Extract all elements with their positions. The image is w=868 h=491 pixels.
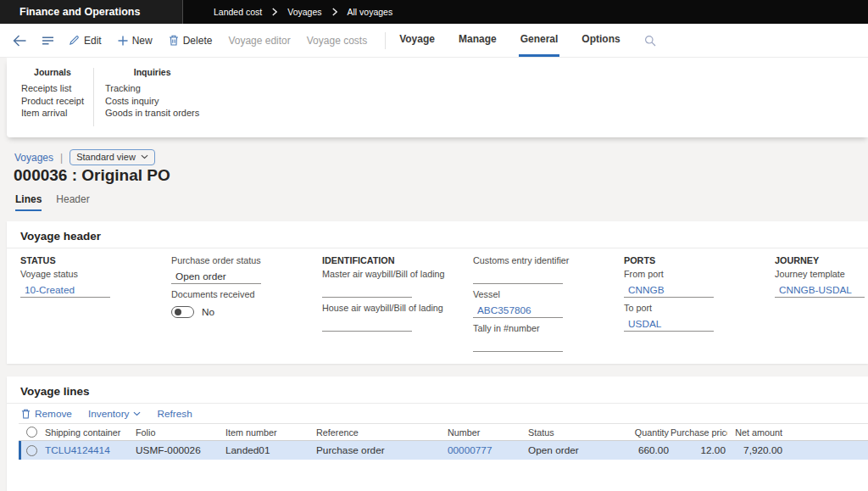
cell-net-amount[interactable]: 7,920.00 [727,444,784,456]
tab-header[interactable]: Header [56,193,89,211]
menu-item-goods-in-transit[interactable]: Goods in transit orders [105,107,199,120]
voyage-costs-button[interactable]: Voyage costs [307,35,367,47]
refresh-button[interactable]: Refresh [157,408,192,420]
delete-button[interactable]: Delete [169,35,213,47]
delete-label: Delete [183,35,213,47]
voyage-status-value[interactable]: 10-Created [20,282,110,298]
group-title-identification: IDENTIFICATION [322,255,473,269]
customs-entry-identifier-input[interactable] [473,268,563,284]
group-title-status: STATUS [20,255,171,269]
field-house-air-waybill: House air waybill/Bill of lading [322,303,473,332]
voyages-back-link[interactable]: Voyages [14,152,53,164]
edit-button[interactable]: Edit [69,35,102,47]
menu-item-costs-inquiry[interactable]: Costs inquiry [105,95,199,108]
menu-lines-icon [42,36,54,46]
field-voyage-status: Voyage status 10-Created [20,269,171,298]
cell-item-number[interactable]: Landed01 [225,444,316,456]
tab-general[interactable]: General [519,24,560,57]
voyage-editor-button[interactable]: Voyage editor [228,35,290,47]
inventory-label: Inventory [88,408,130,420]
page-subnav: Voyages | Standard view [14,149,155,165]
ribbon-group-journals: Journals Receipts list Product receipt I… [21,67,84,137]
tab-options-label: Options [581,33,620,45]
col-quantity[interactable]: Quantity [613,427,670,438]
toolbar-divider [385,32,386,49]
field-label: Vessel [473,289,624,302]
view-selector[interactable]: Standard view [70,149,155,165]
field-label: To port [624,303,775,315]
field-label: Master air waybill/Bill of lading [322,269,473,282]
field-label: Customs entry identifier [473,255,624,268]
col-folio[interactable]: Folio [136,427,225,438]
table-row[interactable]: TCLU4124414 USMF-000026 Landed01 Purchas… [19,441,868,460]
toggle-knob [175,309,181,315]
row-select-radio[interactable] [26,445,37,456]
menu-item-product-receipt[interactable]: Product receipt [21,95,84,108]
tally-in-number-input[interactable] [473,336,563,352]
col-purchase-price[interactable]: Purchase price [670,427,727,438]
select-all-cell[interactable] [19,427,45,438]
col-number[interactable]: Number [448,427,528,438]
top-navigation-bar: Finance and Operations Landed cost Voyag… [0,0,868,24]
ribbon-group-title: Inquiries [105,67,199,80]
col-net-amount[interactable]: Net amount [727,427,784,438]
search-button[interactable] [644,35,656,47]
house-air-waybill-input[interactable] [322,315,412,332]
voyage-header-section: Voyage header STATUS Voyage status 10-Cr… [7,221,868,364]
cell-reference[interactable]: Purchase order [316,444,448,456]
section-title: Voyage lines [20,385,90,398]
menu-item-receipts-list[interactable]: Receipts list [21,82,84,95]
remove-button[interactable]: Remove [21,408,72,420]
field-label: Journey template [775,269,865,282]
general-tab-flyout: Journals Receipts list Product receipt I… [7,58,868,137]
inventory-dropdown-button[interactable]: Inventory [88,408,142,420]
tab-voyage[interactable]: Voyage [398,24,437,57]
breadcrumb-item[interactable]: All voyages [348,7,393,17]
section-title-row[interactable]: Voyage lines [7,377,868,404]
col-shipping-container[interactable]: Shipping container [45,427,136,438]
group-title-journey: JOURNEY [775,255,865,269]
breadcrumb-item[interactable]: Voyages [287,7,321,17]
col-item-number[interactable]: Item number [225,427,316,438]
select-all-radio[interactable] [26,427,37,438]
cell-number[interactable]: 00000777 [448,444,528,456]
cell-folio[interactable]: USMF-000026 [136,444,225,456]
row-select-cell[interactable] [19,445,45,456]
menu-item-tracking[interactable]: Tracking [105,82,199,95]
journey-template-value[interactable]: CNNGB-USDAL [775,282,865,298]
field-purchase-order-status: Purchase order status Open order [171,255,322,284]
tab-manage[interactable]: Manage [457,24,498,57]
ribbon-group-title: Journals [21,67,84,80]
breadcrumb-item[interactable]: Landed cost [214,7,262,17]
cell-status[interactable]: Open order [528,444,613,456]
section-title: Voyage header [20,230,101,243]
action-pane: Edit New Delete Voyage editor Voyage cos… [0,24,868,58]
new-button[interactable]: New [118,35,153,47]
col-status[interactable]: Status [528,427,613,438]
vessel-value[interactable]: ABC357806 [473,302,563,318]
master-air-waybill-input[interactable] [322,282,412,298]
section-title-row[interactable]: Voyage header [7,221,868,248]
action-pane-menu-button[interactable] [42,36,54,46]
cell-quantity[interactable]: 660.00 [613,444,670,456]
app-title-box[interactable]: Finance and Operations [0,0,183,24]
col-reference[interactable]: Reference [316,427,448,438]
field-documents-received: Documents received No [171,289,322,321]
remove-label: Remove [35,408,72,420]
field-column-status: STATUS Voyage status 10-Created [20,255,171,357]
tab-general-label: General [520,33,559,45]
back-button[interactable] [13,35,27,47]
cell-shipping-container[interactable]: TCLU4124414 [45,444,136,456]
documents-received-toggle[interactable] [171,306,194,318]
field-label: Purchase order status [171,255,322,268]
to-port-value[interactable]: USDAL [624,315,714,332]
voyage-lines-section: Voyage lines Remove Inventory Refresh Sh… [7,377,868,491]
voyage-costs-label: Voyage costs [307,35,367,47]
tab-lines[interactable]: Lines [15,193,42,211]
tab-options[interactable]: Options [580,24,621,57]
cell-purchase-price[interactable]: 12.00 [670,444,727,456]
field-column-status-2: Purchase order status Open order Documen… [171,255,322,357]
trash-icon [169,35,179,46]
menu-item-item-arrival[interactable]: Item arrival [21,107,84,120]
from-port-value[interactable]: CNNGB [624,282,714,298]
